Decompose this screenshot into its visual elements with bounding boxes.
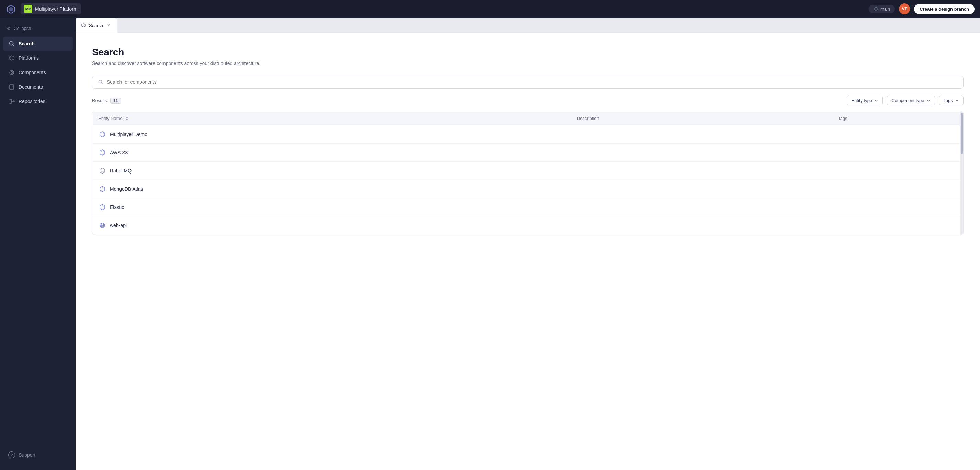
table-row[interactable]: AWS S3 — [93, 143, 963, 162]
documents-icon — [8, 83, 15, 90]
sidebar-item-search[interactable]: Search — [3, 37, 73, 51]
top-navigation: MP Multiplayer Platform main VT Create a… — [0, 0, 980, 18]
entity-name-cell: AWS S3 — [98, 148, 566, 157]
col-entity-name: Entity Name — [98, 116, 123, 121]
project-selector[interactable]: MP Multiplayer Platform — [21, 3, 81, 14]
sidebar-item-repositories[interactable]: Repositories — [3, 94, 73, 108]
entity-name-cell: web-api — [98, 221, 566, 229]
search-input-icon — [98, 80, 103, 85]
col-description: Description — [577, 116, 599, 121]
entity-name: AWS S3 — [110, 150, 128, 155]
svg-point-1 — [876, 9, 877, 10]
entity-type-chevron-icon — [874, 99, 878, 103]
collapse-icon — [5, 25, 11, 31]
support-label: Support — [19, 452, 35, 457]
table-row[interactable]: web-api — [93, 217, 963, 235]
tags-chevron-icon — [955, 99, 959, 103]
col-tags: Tags — [838, 116, 847, 121]
tab-label: Search — [89, 23, 103, 28]
project-name: Multiplayer Platform — [35, 6, 78, 12]
component-type-label: Component type — [891, 98, 924, 103]
entity-name-cell: RabbitMQ — [98, 167, 566, 175]
filters-bar: Results: 11 Entity type Component type — [92, 96, 964, 105]
sidebar-item-repositories-label: Repositories — [19, 99, 45, 104]
page-title: Search — [92, 47, 964, 58]
entity-description — [571, 198, 833, 217]
branch-name: main — [880, 6, 890, 12]
entity-tags — [832, 143, 963, 162]
entity-icon — [98, 203, 107, 211]
entity-name: MongoDB Atlas — [110, 186, 143, 192]
svg-point-3 — [10, 70, 14, 75]
entity-description — [571, 126, 833, 143]
table-row[interactable]: Elastic — [93, 198, 963, 217]
platforms-icon — [8, 55, 15, 62]
branch-icon — [873, 6, 878, 11]
svg-point-4 — [11, 72, 13, 73]
table-row[interactable]: MongoDB Atlas — [93, 180, 963, 198]
entity-tags — [832, 126, 963, 143]
entity-tags — [832, 217, 963, 235]
sidebar-item-documents[interactable]: Documents — [3, 80, 73, 94]
table-scrollbar[interactable] — [961, 111, 963, 235]
tab-close-button[interactable]: × — [106, 23, 111, 28]
entity-name: Multiplayer Demo — [110, 132, 147, 137]
sidebar-item-search-label: Search — [19, 41, 35, 46]
sidebar-collapse-button[interactable]: Collapse — [0, 22, 76, 34]
entity-description — [571, 217, 833, 235]
entity-description — [571, 143, 833, 162]
entity-tags — [832, 180, 963, 198]
entity-name: Elastic — [110, 204, 124, 210]
branch-selector[interactable]: main — [869, 5, 895, 13]
support-icon: ? — [8, 451, 15, 458]
user-avatar[interactable]: VT — [899, 3, 910, 14]
repositories-icon — [8, 98, 15, 105]
app-logo[interactable] — [5, 3, 16, 14]
create-design-branch-button[interactable]: Create a design branch — [914, 4, 975, 14]
component-type-chevron-icon — [926, 99, 931, 103]
tab-bar: Search × — [76, 18, 980, 33]
results-table-wrapper: Entity Name Description Tags — [92, 111, 964, 235]
components-icon — [8, 69, 15, 76]
sidebar: Collapse Search Platforms — [0, 18, 76, 470]
sidebar-item-platforms-label: Platforms — [19, 55, 39, 61]
search-input[interactable] — [107, 80, 958, 85]
table-row[interactable]: RabbitMQ — [93, 162, 963, 180]
table-row[interactable]: Multiplayer Demo — [93, 126, 963, 143]
collapse-label: Collapse — [14, 26, 31, 31]
component-type-filter[interactable]: Component type — [887, 96, 935, 105]
entity-type-label: Entity type — [851, 98, 872, 103]
entity-icon — [98, 130, 107, 139]
entity-name-cell: MongoDB Atlas — [98, 185, 566, 193]
sort-icon[interactable] — [125, 116, 129, 121]
entity-icon — [98, 221, 107, 229]
project-badge: MP — [24, 5, 32, 13]
results-label: Results: 11 — [92, 97, 121, 104]
results-count-badge: 11 — [110, 97, 121, 104]
page-subtitle: Search and discover software components … — [92, 61, 964, 66]
sidebar-item-components[interactable]: Components — [3, 65, 73, 80]
entity-name-cell: Elastic — [98, 203, 566, 211]
sidebar-item-support[interactable]: ? Support — [3, 448, 73, 462]
sidebar-item-documents-label: Documents — [19, 84, 43, 90]
entity-name: RabbitMQ — [110, 168, 132, 174]
entity-description — [571, 162, 833, 180]
search-box — [92, 76, 964, 89]
tab-search[interactable]: Search × — [76, 18, 117, 33]
page-content: Search Search and discover software comp… — [76, 33, 980, 470]
entity-type-filter[interactable]: Entity type — [847, 96, 883, 105]
sidebar-item-platforms[interactable]: Platforms — [3, 51, 73, 65]
entity-icon — [98, 185, 107, 193]
tab-search-icon — [81, 23, 86, 28]
svg-point-2 — [10, 41, 13, 45]
entity-name: web-api — [110, 223, 127, 228]
table-scroll-thumb — [961, 113, 963, 154]
entity-tags — [832, 198, 963, 217]
entity-description — [571, 180, 833, 198]
sidebar-item-components-label: Components — [19, 70, 46, 75]
tags-filter[interactable]: Tags — [939, 96, 964, 105]
search-sidebar-icon — [8, 40, 15, 47]
entity-name-cell: Multiplayer Demo — [98, 130, 566, 139]
content-area: Search × Search Search and discover soft… — [76, 18, 980, 470]
entity-tags — [832, 162, 963, 180]
